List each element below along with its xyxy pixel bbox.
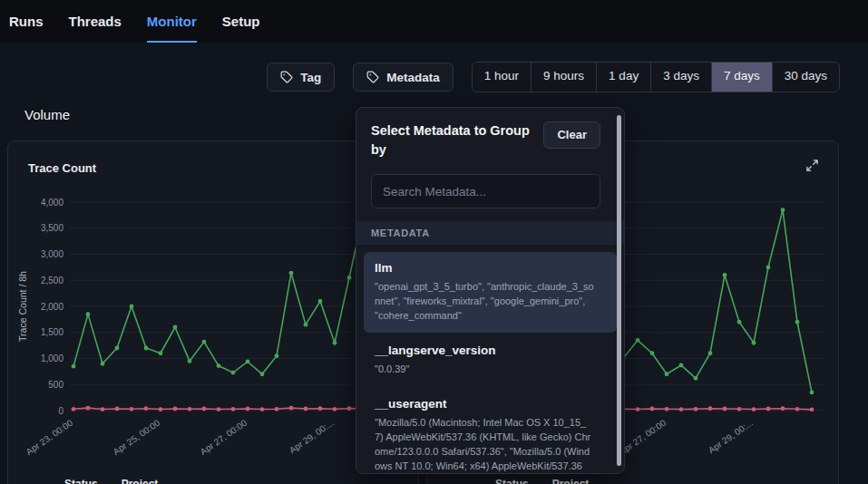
range-30-days[interactable]: 30 days	[772, 63, 839, 92]
svg-text:Apr 27, 00:00: Apr 27, 00:00	[199, 417, 249, 457]
svg-text:3,500: 3,500	[41, 223, 63, 233]
footer-label-status[interactable]: Status	[64, 478, 98, 484]
tag-icon	[366, 71, 379, 83]
metadata-key: __langserve_version	[375, 344, 606, 357]
svg-text:4,000: 4,000	[41, 198, 63, 208]
svg-text:Apr 25, 00:00: Apr 25, 00:00	[112, 417, 162, 457]
tag-icon	[280, 71, 293, 83]
chart-title: Trace Count	[28, 161, 96, 175]
metadata-key: __useragent	[375, 397, 606, 411]
metadata-item-list: llm "openai_gpt_3_5_turbo", "anthropic_c…	[356, 245, 624, 474]
metadata-group-header: METADATA	[356, 221, 624, 245]
svg-text:0: 0	[58, 406, 63, 416]
metadata-button-label: Metadata	[386, 71, 440, 84]
metadata-values: "0.0.39"	[375, 363, 594, 377]
metadata-item-llm[interactable]: llm "openai_gpt_3_5_turbo", "anthropic_c…	[364, 252, 617, 333]
nav-tab-monitor[interactable]: Monitor	[147, 0, 197, 43]
panel-title: Select Metadata to Group by	[371, 121, 539, 160]
metadata-search-input[interactable]	[371, 174, 600, 208]
section-title-volume: Volume	[24, 107, 70, 122]
nav-tab-threads[interactable]: Threads	[69, 0, 122, 43]
nav-tab-setup[interactable]: Setup	[222, 0, 260, 43]
metadata-values: "openai_gpt_3_5_turbo", "anthropic_claud…	[375, 280, 594, 324]
svg-text:Apr 27, 00:00: Apr 27, 00:00	[618, 417, 668, 457]
chart-footer: Status Project	[495, 478, 589, 484]
footer-label-status[interactable]: Status	[495, 478, 529, 484]
tag-button-label: Tag	[300, 71, 321, 84]
range-1-day[interactable]: 1 day	[596, 63, 650, 92]
metadata-filter-button[interactable]: Metadata	[353, 63, 454, 92]
range-9-hours[interactable]: 9 hours	[531, 63, 596, 92]
clear-button[interactable]: Clear	[543, 121, 600, 149]
svg-text:2,500: 2,500	[41, 276, 63, 286]
dropdown-scrollbar[interactable]	[617, 115, 621, 466]
svg-text:Apr 23, 00:00: Apr 23, 00:00	[24, 417, 75, 457]
metadata-key: llm	[375, 261, 606, 275]
top-nav: Runs Threads Monitor Setup	[0, 0, 868, 43]
monitor-page: Runs Threads Monitor Setup Tag Metadata …	[0, 0, 868, 484]
metadata-item-langserve-version[interactable]: __langserve_version "0.0.39"	[364, 334, 617, 386]
svg-text:Apr 29, 00:...: Apr 29, 00:...	[288, 418, 336, 456]
panel-header: Select Metadata to Group by Clear	[356, 108, 624, 165]
range-7-days[interactable]: 7 days	[711, 63, 772, 92]
svg-text:Trace Count / 8h: Trace Count / 8h	[17, 271, 28, 342]
time-range-selector: 1 hour 9 hours 1 day 3 days 7 days 30 da…	[472, 62, 840, 92]
range-1-hour[interactable]: 1 hour	[473, 63, 531, 92]
metadata-item-useragent[interactable]: __useragent "Mozilla/5.0 (Macintosh; Int…	[364, 388, 617, 474]
svg-text:1,500: 1,500	[41, 327, 63, 337]
trace-count-chart: 05001,0001,5002,0002,5003,0003,5004,000A…	[15, 187, 413, 468]
metadata-groupby-panel: Select Metadata to Group by Clear METADA…	[356, 107, 625, 474]
footer-label-project[interactable]: Project	[552, 478, 590, 484]
filter-toolbar: Tag Metadata 1 hour 9 hours 1 day 3 days…	[267, 62, 840, 92]
range-3-days[interactable]: 3 days	[650, 63, 711, 92]
expand-icon	[805, 159, 819, 172]
svg-text:1,000: 1,000	[41, 353, 63, 363]
svg-text:Apr 29, 00:...: Apr 29, 00:...	[707, 418, 755, 456]
chart-footer: Status Project	[64, 478, 158, 484]
svg-text:2,000: 2,000	[41, 302, 63, 312]
metadata-values: "Mozilla/5.0 (Macintosh; Intel Mac OS X …	[375, 416, 594, 474]
svg-text:500: 500	[48, 380, 63, 390]
expand-chart-button[interactable]	[805, 159, 822, 175]
svg-text:3,000: 3,000	[41, 249, 63, 259]
tag-filter-button[interactable]: Tag	[267, 63, 335, 92]
footer-label-project[interactable]: Project	[122, 478, 159, 484]
nav-tab-runs[interactable]: Runs	[9, 0, 44, 43]
